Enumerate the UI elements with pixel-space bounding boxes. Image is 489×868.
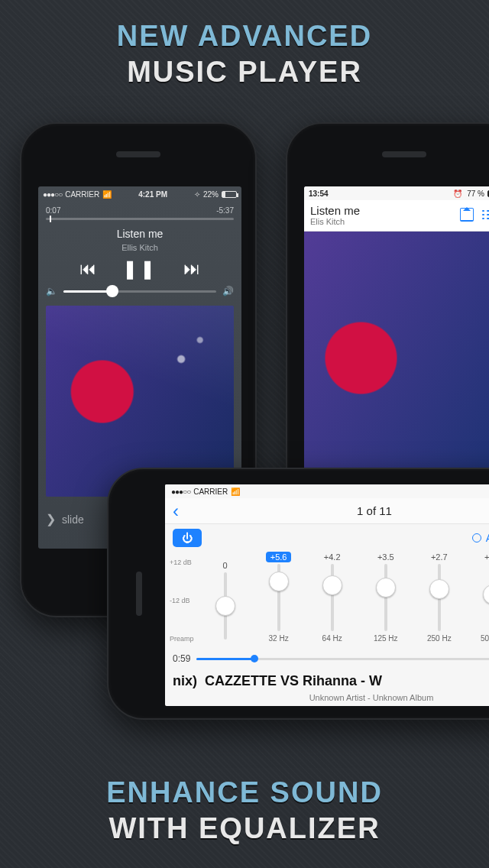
eq-gain-label: +4.2 bbox=[319, 552, 345, 562]
playlist-button[interactable] bbox=[481, 203, 489, 226]
time-elapsed: 0:07 bbox=[46, 206, 60, 215]
eq-slider[interactable] bbox=[384, 564, 387, 631]
song-title-prefix: nix) bbox=[173, 673, 197, 689]
chevron-right-icon: ❯ bbox=[46, 512, 56, 526]
player-header: Listen me Elis Kitch bbox=[304, 200, 489, 232]
bluetooth-icon: ✧ bbox=[194, 190, 200, 199]
share-icon bbox=[460, 208, 474, 222]
album-art bbox=[304, 232, 489, 507]
eq-knob[interactable] bbox=[429, 579, 449, 599]
prev-button[interactable]: ⏮ bbox=[79, 261, 96, 277]
share-button[interactable] bbox=[455, 203, 478, 226]
phone-c-screen: ●●●○○ CARRIER 📶 14:04 ‹ 1 of 11 ⏻ AGR Ma… bbox=[165, 484, 489, 706]
slide-hint-label: slide bbox=[62, 513, 84, 526]
scale-label: Preamp bbox=[170, 635, 194, 643]
eq-knob[interactable] bbox=[269, 572, 289, 591]
agr-label: AGR bbox=[486, 532, 489, 544]
promo-bottom-line1: ENHANCE SOUND bbox=[0, 776, 489, 809]
scale-top: +12 dB bbox=[170, 559, 194, 566]
equalizer: ♫ +12 dB -12 dB Preamp 0+5.632 Hz+4.264 … bbox=[165, 552, 489, 646]
eq-band-3[interactable]: +3.5125 Hz bbox=[359, 552, 413, 643]
status-bar: ●●●○○ CARRIER 📶 4:21 PM ✧ 22% bbox=[38, 186, 241, 202]
promo-top-line1: NEW ADVANCED bbox=[0, 20, 489, 53]
status-time: 13:54 bbox=[309, 189, 329, 198]
wifi-icon: 📶 bbox=[231, 487, 240, 496]
eq-knob[interactable] bbox=[376, 578, 396, 598]
status-bar: 13:54 ⏰ 77 % bbox=[304, 186, 489, 200]
status-time: 4:21 PM bbox=[112, 190, 194, 199]
promo-top-line2: MUSIC PLAYER bbox=[0, 56, 489, 89]
eq-knob[interactable] bbox=[483, 585, 489, 604]
progress-slider[interactable] bbox=[196, 658, 489, 660]
power-icon: ⏻ bbox=[182, 532, 193, 544]
eq-freq-label: 500 Hz bbox=[481, 634, 489, 643]
battery-pct: 77 % bbox=[467, 189, 484, 198]
back-button[interactable]: ‹ bbox=[173, 500, 179, 522]
track-counter: 1 of 11 bbox=[179, 504, 489, 517]
eq-toolbar: ⏻ AGR Manual bbox=[165, 524, 489, 552]
eq-knob[interactable] bbox=[322, 575, 342, 595]
eq-knob[interactable] bbox=[215, 596, 235, 616]
next-button[interactable]: ⏭ bbox=[183, 261, 200, 277]
volume-high-icon: 🔊 bbox=[222, 286, 234, 296]
eq-slider[interactable] bbox=[224, 572, 227, 640]
earpiece bbox=[136, 572, 142, 616]
battery-icon bbox=[222, 191, 237, 198]
meta-row: nix) CAZZETTE VS Rihanna - W ⇄ bbox=[173, 672, 489, 690]
promo-bottom: ENHANCE SOUND WITH EQUALIZER bbox=[0, 776, 489, 845]
agr-toggle[interactable]: AGR bbox=[472, 532, 489, 544]
eq-slider[interactable] bbox=[331, 564, 334, 631]
volume-row: 🔈 🔊 bbox=[46, 286, 234, 296]
eq-band-2[interactable]: +4.264 Hz bbox=[306, 552, 359, 643]
eq-band-0[interactable]: 0 bbox=[199, 560, 252, 643]
eq-freq-label: 250 Hz bbox=[427, 634, 452, 643]
eq-freq-label: 64 Hz bbox=[322, 634, 342, 643]
battery-pct: 22% bbox=[203, 190, 219, 199]
eq-gain-label: +5.6 bbox=[266, 552, 292, 562]
eq-band-1[interactable]: +5.632 Hz bbox=[252, 552, 306, 643]
status-bar: ●●●○○ CARRIER 📶 14:04 bbox=[165, 484, 489, 498]
eq-gain-label: +2.7 bbox=[426, 552, 452, 562]
promo-top: NEW ADVANCED MUSIC PLAYER bbox=[0, 20, 489, 89]
volume-slider[interactable] bbox=[63, 290, 216, 293]
track-title: Listen me bbox=[38, 228, 241, 240]
eq-slider[interactable] bbox=[277, 564, 280, 631]
eq-freq-label: 32 Hz bbox=[269, 634, 289, 643]
eq-gain-label: 0 bbox=[218, 560, 232, 571]
carrier-label: CARRIER bbox=[193, 487, 228, 496]
scale-bottom: -12 dB bbox=[170, 597, 194, 604]
time-elapsed: 0:59 bbox=[173, 653, 190, 664]
wifi-icon: 📶 bbox=[102, 190, 112, 199]
time-remaining: -5:37 bbox=[216, 206, 234, 215]
carrier-label: CARRIER bbox=[65, 190, 99, 199]
volume-low-icon: 🔈 bbox=[46, 286, 57, 296]
song-meta: Unknown Artist - Unknown Album bbox=[309, 693, 434, 702]
scrubber-times: 0:07 -5:37 bbox=[38, 202, 241, 215]
track-artist: Elis Kitch bbox=[310, 217, 455, 226]
earpiece bbox=[116, 151, 160, 157]
progress-row: 0:59 -4:33 ↺ bbox=[173, 649, 489, 669]
eq-freq-label: 125 Hz bbox=[374, 634, 398, 643]
signal-icon: ●●●○○ bbox=[171, 487, 190, 496]
earpiece bbox=[382, 151, 426, 157]
eq-band-5[interactable]: +1.2500 Hz bbox=[466, 552, 489, 643]
eq-band-4[interactable]: +2.7250 Hz bbox=[413, 552, 466, 643]
promo-bottom-line2: WITH EQUALIZER bbox=[0, 812, 489, 845]
signal-icon: ●●●○○ bbox=[43, 190, 62, 199]
radio-off-icon bbox=[472, 533, 481, 542]
pause-button[interactable]: ❚❚ bbox=[122, 260, 157, 278]
eq-gain-label: +3.5 bbox=[373, 552, 399, 562]
eq-power-button[interactable]: ⏻ bbox=[173, 529, 202, 547]
song-title: CAZZETTE VS Rihanna - W bbox=[205, 673, 489, 689]
track-title: Listen me bbox=[310, 204, 455, 217]
track-artist: Ellis Kitch bbox=[38, 243, 241, 252]
scrubber[interactable] bbox=[46, 218, 234, 220]
eq-nav: ‹ 1 of 11 bbox=[165, 498, 489, 524]
phone-c-frame: ●●●○○ CARRIER 📶 14:04 ‹ 1 of 11 ⏻ AGR Ma… bbox=[107, 468, 489, 720]
eq-slider[interactable] bbox=[438, 564, 441, 631]
transport-controls: ⏮ ❚❚ ⏭ bbox=[38, 260, 241, 278]
eq-scale: +12 dB -12 dB Preamp bbox=[170, 559, 194, 643]
alarm-icon: ⏰ bbox=[453, 189, 462, 198]
eq-gain-label: +1.2 bbox=[480, 552, 489, 562]
